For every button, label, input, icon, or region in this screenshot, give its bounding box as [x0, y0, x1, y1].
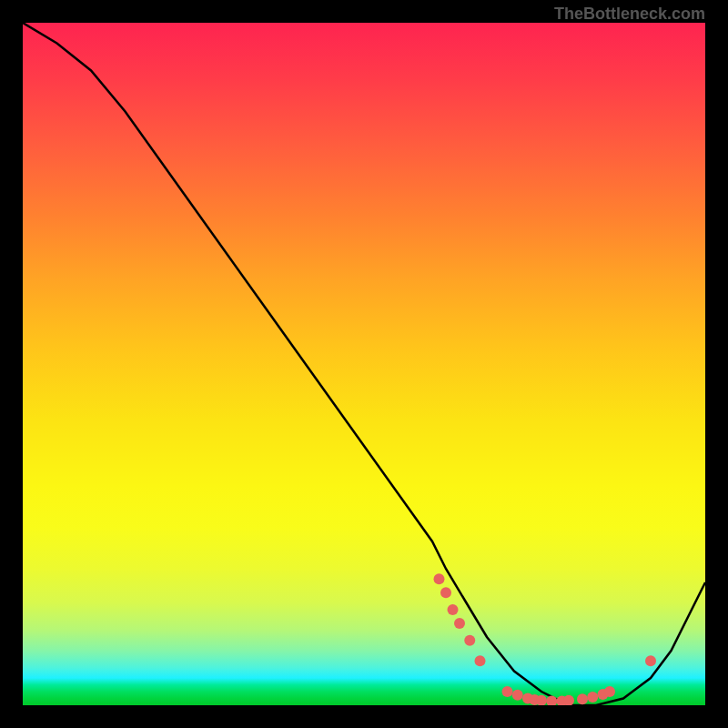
- data-point: [577, 693, 588, 704]
- chart-svg: [23, 23, 705, 705]
- data-point: [604, 686, 615, 697]
- data-point: [546, 696, 557, 706]
- chart-area: [23, 23, 705, 705]
- data-point: [645, 655, 656, 666]
- data-point: [512, 690, 523, 701]
- data-point: [502, 686, 513, 697]
- watermark-text: TheBottleneck.com: [554, 5, 705, 24]
- bottleneck-curve-line: [23, 23, 705, 705]
- data-point: [434, 573, 445, 584]
- data-point: [440, 587, 451, 598]
- data-point: [464, 635, 475, 646]
- data-points-group: [434, 573, 657, 705]
- data-point: [475, 655, 486, 666]
- data-point: [587, 692, 598, 703]
- data-point: [448, 604, 459, 615]
- data-point: [563, 695, 574, 705]
- data-point: [454, 618, 465, 629]
